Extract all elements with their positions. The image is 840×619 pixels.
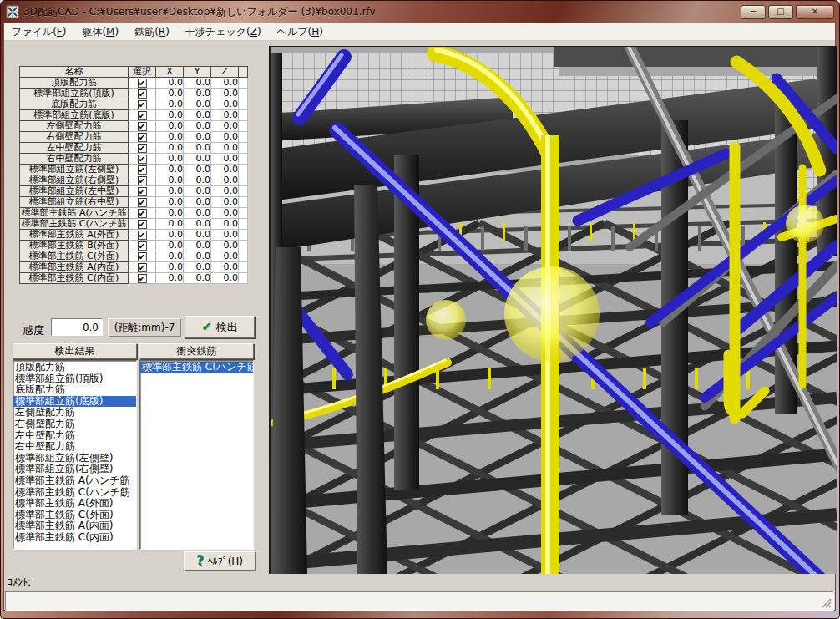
row-x-value[interactable]: 0.0: [156, 154, 184, 165]
row-name[interactable]: 標準部主鉄筋 C(内面): [20, 273, 129, 284]
row-name[interactable]: 右中壁配力筋: [20, 154, 129, 165]
row-checkbox[interactable]: ✔: [138, 274, 147, 283]
row-x-value[interactable]: 0.0: [156, 165, 184, 175]
row-z-value[interactable]: 0.0: [211, 99, 239, 110]
title-bar[interactable]: 3D配筋CAD - C:¥Users¥user¥Desktop¥新しいフォルダー…: [6, 3, 834, 21]
menu-item-R[interactable]: 鉄筋(R): [134, 25, 170, 39]
list-item[interactable]: 標準部主鉄筋 A(内面): [13, 520, 136, 532]
row-checkbox-cell[interactable]: ✔: [129, 99, 156, 110]
list-item[interactable]: 右中壁配力筋: [13, 441, 136, 453]
row-y-value[interactable]: 0.0: [184, 230, 211, 241]
row-z-value[interactable]: 0.0: [211, 89, 239, 99]
row-z-value[interactable]: 0.0: [211, 208, 239, 219]
row-z-value[interactable]: 0.0: [211, 165, 239, 175]
row-checkbox-cell[interactable]: ✔: [129, 186, 156, 197]
resize-grip-icon[interactable]: [820, 596, 832, 608]
row-checkbox[interactable]: ✔: [138, 252, 147, 261]
row-checkbox-cell[interactable]: ✔: [129, 197, 156, 208]
row-name[interactable]: 標準部組立筋(左中壁): [20, 186, 129, 197]
row-x-value[interactable]: 0.0: [156, 197, 184, 208]
row-y-value[interactable]: 0.0: [184, 273, 211, 284]
row-checkbox[interactable]: ✔: [138, 231, 147, 240]
row-checkbox-cell[interactable]: ✔: [129, 230, 156, 241]
row-checkbox-cell[interactable]: ✔: [129, 262, 156, 273]
row-y-value[interactable]: 0.0: [184, 121, 211, 132]
detect-button[interactable]: ✔ 検出: [185, 316, 255, 338]
row-z-value[interactable]: 0.0: [211, 230, 239, 241]
row-z-value[interactable]: 0.0: [211, 175, 239, 186]
row-checkbox-cell[interactable]: ✔: [129, 208, 156, 219]
row-name[interactable]: 左側壁配力筋: [20, 121, 129, 132]
row-checkbox[interactable]: ✔: [138, 176, 147, 185]
menu-item-F[interactable]: ファイル(F): [12, 25, 66, 39]
row-name[interactable]: 標準部主鉄筋 A(内面): [20, 262, 129, 273]
row-y-value[interactable]: 0.0: [184, 186, 211, 197]
row-z-value[interactable]: 0.0: [211, 241, 239, 251]
row-x-value[interactable]: 0.0: [156, 132, 184, 143]
row-y-value[interactable]: 0.0: [184, 89, 211, 99]
row-x-value[interactable]: 0.0: [156, 121, 184, 132]
row-x-value[interactable]: 0.0: [156, 89, 184, 99]
row-x-value[interactable]: 0.0: [156, 273, 184, 284]
row-z-value[interactable]: 0.0: [211, 219, 239, 230]
row-z-value[interactable]: 0.0: [211, 186, 239, 197]
list-item[interactable]: 標準部主鉄筋 A(外面): [13, 498, 136, 510]
menu-item-Z[interactable]: 干渉チェック(Z): [185, 25, 261, 39]
row-y-value[interactable]: 0.0: [184, 208, 211, 219]
row-z-value[interactable]: 0.0: [211, 143, 239, 154]
row-x-value[interactable]: 0.0: [156, 186, 184, 197]
row-z-value[interactable]: 0.0: [211, 154, 239, 165]
row-checkbox-cell[interactable]: ✔: [129, 110, 156, 121]
row-checkbox-cell[interactable]: ✔: [129, 121, 156, 132]
3d-viewport[interactable]: [271, 47, 837, 574]
row-checkbox-cell[interactable]: ✔: [129, 219, 156, 230]
row-z-value[interactable]: 0.0: [211, 132, 239, 143]
row-z-value[interactable]: 0.0: [211, 197, 239, 208]
row-x-value[interactable]: 0.0: [156, 219, 184, 230]
row-y-value[interactable]: 0.0: [184, 154, 211, 165]
row-name[interactable]: 右側壁配力筋: [20, 132, 129, 143]
list-item[interactable]: 標準部組立筋(右側壁): [13, 464, 136, 475]
row-name[interactable]: 頂版配力筋: [20, 78, 129, 89]
row-z-value[interactable]: 0.0: [211, 78, 239, 89]
row-name[interactable]: 標準部組立筋(右側壁): [20, 175, 129, 186]
row-name[interactable]: 標準部組立筋(右中壁): [20, 197, 129, 208]
menu-item-H[interactable]: ヘルプ(H): [277, 25, 323, 39]
row-x-value[interactable]: 0.0: [156, 241, 184, 251]
row-name[interactable]: 標準部組立筋(左側壁): [20, 165, 129, 175]
row-name[interactable]: 底版配力筋: [20, 99, 129, 110]
row-checkbox[interactable]: ✔: [138, 187, 147, 196]
help-button[interactable]: ? ﾍﾙﾌﾟ(H): [184, 551, 256, 571]
list-item[interactable]: 左中壁配力筋: [13, 430, 136, 442]
row-checkbox[interactable]: ✔: [138, 122, 147, 131]
list-item[interactable]: 標準部組立筋(左側壁): [13, 453, 136, 464]
row-checkbox-cell[interactable]: ✔: [129, 175, 156, 186]
row-name[interactable]: 標準部主鉄筋 C(外面): [20, 251, 129, 262]
row-y-value[interactable]: 0.0: [184, 99, 211, 110]
minimize-button[interactable]: ─: [741, 5, 766, 19]
collisions-list-header[interactable]: 衝突鉄筋: [139, 343, 254, 359]
row-checkbox-cell[interactable]: ✔: [129, 78, 156, 89]
row-checkbox-cell[interactable]: ✔: [129, 251, 156, 262]
list-item[interactable]: 標準部主鉄筋 C(ハンチ筋: [140, 362, 253, 373]
row-name[interactable]: 標準部組立筋(頂版): [20, 89, 129, 99]
row-y-value[interactable]: 0.0: [184, 165, 211, 175]
row-checkbox[interactable]: ✔: [138, 111, 147, 120]
list-item[interactable]: 標準部主鉄筋 C(ハンチ筋: [13, 487, 136, 499]
close-button[interactable]: ✕: [796, 5, 834, 19]
row-y-value[interactable]: 0.0: [184, 110, 211, 121]
results-listbox[interactable]: 頂版配力筋標準部組立筋(頂版)底版配力筋標準部組立筋(底版)左側壁配力筋右側壁配…: [13, 360, 137, 550]
row-checkbox[interactable]: ✔: [138, 144, 147, 153]
row-y-value[interactable]: 0.0: [184, 251, 211, 262]
row-checkbox[interactable]: ✔: [138, 209, 147, 218]
row-y-value[interactable]: 0.0: [184, 143, 211, 154]
row-x-value[interactable]: 0.0: [156, 230, 184, 241]
results-list-header[interactable]: 検出結果: [13, 343, 137, 359]
row-checkbox[interactable]: ✔: [138, 198, 147, 207]
row-checkbox-cell[interactable]: ✔: [129, 154, 156, 165]
row-checkbox-cell[interactable]: ✔: [129, 89, 156, 99]
row-checkbox-cell[interactable]: ✔: [129, 273, 156, 284]
list-item[interactable]: 標準部主鉄筋 C(外面): [13, 510, 136, 521]
row-name[interactable]: 左中壁配力筋: [20, 143, 129, 154]
row-checkbox[interactable]: ✔: [138, 100, 147, 109]
